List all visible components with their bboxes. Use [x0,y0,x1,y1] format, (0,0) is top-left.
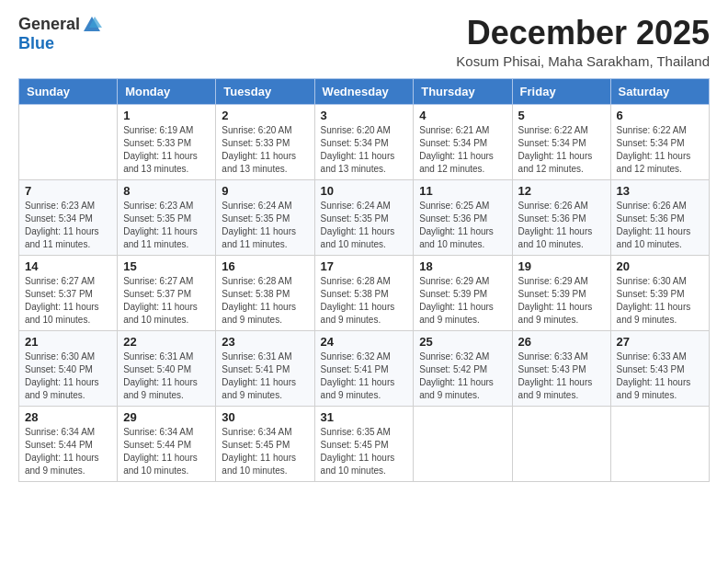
calendar-cell: 23Sunrise: 6:31 AM Sunset: 5:41 PM Dayli… [216,330,314,406]
day-number: 12 [518,184,605,198]
day-number: 15 [123,259,210,273]
calendar-cell [610,406,709,481]
day-info: Sunrise: 6:21 AM Sunset: 5:34 PM Dayligh… [419,124,506,176]
calendar-cell: 28Sunrise: 6:34 AM Sunset: 5:44 PM Dayli… [19,406,118,481]
day-number: 22 [123,335,210,349]
calendar-day-header: Friday [512,78,610,104]
day-info: Sunrise: 6:26 AM Sunset: 5:36 PM Dayligh… [518,200,605,251]
day-number: 2 [222,109,308,122]
calendar-header-row: SundayMondayTuesdayWednesdayThursdayFrid… [19,78,710,104]
day-info: Sunrise: 6:27 AM Sunset: 5:37 PM Dayligh… [123,275,210,327]
calendar-day-header: Sunday [19,78,118,104]
calendar-week-row: 1Sunrise: 6:19 AM Sunset: 5:33 PM Daylig… [19,104,710,179]
day-info: Sunrise: 6:31 AM Sunset: 5:41 PM Dayligh… [222,350,308,402]
day-info: Sunrise: 6:34 AM Sunset: 5:44 PM Dayligh… [123,426,210,477]
day-info: Sunrise: 6:30 AM Sunset: 5:40 PM Dayligh… [25,350,111,402]
month-title: December 2025 [456,15,710,52]
calendar-cell [414,406,512,481]
calendar-cell: 7Sunrise: 6:23 AM Sunset: 5:34 PM Daylig… [19,179,118,255]
day-info: Sunrise: 6:31 AM Sunset: 5:40 PM Dayligh… [123,350,210,402]
calendar-cell: 5Sunrise: 6:22 AM Sunset: 5:34 PM Daylig… [512,104,610,179]
calendar-cell: 2Sunrise: 6:20 AM Sunset: 5:33 PM Daylig… [216,104,314,179]
day-number: 10 [321,184,408,198]
day-number: 19 [518,259,605,273]
calendar-day-header: Monday [118,78,216,104]
calendar-week-row: 21Sunrise: 6:30 AM Sunset: 5:40 PM Dayli… [19,330,710,406]
calendar-cell: 4Sunrise: 6:21 AM Sunset: 5:34 PM Daylig… [414,104,512,179]
calendar-cell: 12Sunrise: 6:26 AM Sunset: 5:36 PM Dayli… [512,179,610,255]
day-number: 27 [617,335,703,349]
day-info: Sunrise: 6:34 AM Sunset: 5:45 PM Dayligh… [222,426,308,477]
calendar-cell: 3Sunrise: 6:20 AM Sunset: 5:34 PM Daylig… [314,104,414,179]
day-number: 17 [321,259,408,273]
day-number: 21 [25,335,111,349]
calendar-week-row: 7Sunrise: 6:23 AM Sunset: 5:34 PM Daylig… [19,179,710,255]
day-info: Sunrise: 6:34 AM Sunset: 5:44 PM Dayligh… [25,426,111,477]
calendar-cell: 30Sunrise: 6:34 AM Sunset: 5:45 PM Dayli… [216,406,314,481]
day-number: 1 [123,109,210,122]
calendar-cell: 1Sunrise: 6:19 AM Sunset: 5:33 PM Daylig… [118,104,216,179]
day-info: Sunrise: 6:20 AM Sunset: 5:33 PM Dayligh… [222,124,308,176]
calendar-cell: 15Sunrise: 6:27 AM Sunset: 5:37 PM Dayli… [118,255,216,330]
day-info: Sunrise: 6:32 AM Sunset: 5:42 PM Dayligh… [419,350,506,402]
calendar-cell [512,406,610,481]
calendar-cell [19,104,118,179]
calendar-cell: 18Sunrise: 6:29 AM Sunset: 5:39 PM Dayli… [414,255,512,330]
calendar-cell: 14Sunrise: 6:27 AM Sunset: 5:37 PM Dayli… [19,255,118,330]
day-number: 3 [321,109,408,122]
location-subtitle: Kosum Phisai, Maha Sarakham, Thailand [456,53,710,69]
day-info: Sunrise: 6:32 AM Sunset: 5:41 PM Dayligh… [321,350,408,402]
day-info: Sunrise: 6:20 AM Sunset: 5:34 PM Dayligh… [321,124,408,176]
day-number: 6 [617,109,703,122]
calendar-cell: 16Sunrise: 6:28 AM Sunset: 5:38 PM Dayli… [216,255,314,330]
day-info: Sunrise: 6:25 AM Sunset: 5:36 PM Dayligh… [419,200,506,251]
day-info: Sunrise: 6:33 AM Sunset: 5:43 PM Dayligh… [518,350,605,402]
calendar-day-header: Saturday [610,78,709,104]
calendar-cell: 27Sunrise: 6:33 AM Sunset: 5:43 PM Dayli… [610,330,709,406]
day-number: 9 [222,184,308,198]
calendar-cell: 10Sunrise: 6:24 AM Sunset: 5:35 PM Dayli… [314,179,414,255]
calendar-cell: 20Sunrise: 6:30 AM Sunset: 5:39 PM Dayli… [610,255,709,330]
day-number: 28 [25,410,111,424]
day-info: Sunrise: 6:28 AM Sunset: 5:38 PM Dayligh… [321,275,408,327]
day-number: 26 [518,335,605,349]
day-info: Sunrise: 6:29 AM Sunset: 5:39 PM Dayligh… [419,275,506,327]
calendar-day-header: Thursday [414,78,512,104]
calendar-day-header: Wednesday [314,78,414,104]
day-info: Sunrise: 6:28 AM Sunset: 5:38 PM Dayligh… [222,275,308,327]
calendar-cell: 13Sunrise: 6:26 AM Sunset: 5:36 PM Dayli… [610,179,709,255]
logo: General Blue [18,15,102,53]
calendar-cell: 19Sunrise: 6:29 AM Sunset: 5:39 PM Dayli… [512,255,610,330]
day-info: Sunrise: 6:24 AM Sunset: 5:35 PM Dayligh… [222,200,308,251]
calendar-cell: 8Sunrise: 6:23 AM Sunset: 5:35 PM Daylig… [118,179,216,255]
logo-blue: Blue [18,35,102,53]
day-number: 29 [123,410,210,424]
day-info: Sunrise: 6:22 AM Sunset: 5:34 PM Dayligh… [518,124,605,176]
calendar-cell: 26Sunrise: 6:33 AM Sunset: 5:43 PM Dayli… [512,330,610,406]
calendar-week-row: 14Sunrise: 6:27 AM Sunset: 5:37 PM Dayli… [19,255,710,330]
calendar-cell: 11Sunrise: 6:25 AM Sunset: 5:36 PM Dayli… [414,179,512,255]
calendar-cell: 21Sunrise: 6:30 AM Sunset: 5:40 PM Dayli… [19,330,118,406]
day-info: Sunrise: 6:24 AM Sunset: 5:35 PM Dayligh… [321,200,408,251]
logo-general: General [18,16,80,34]
day-info: Sunrise: 6:19 AM Sunset: 5:33 PM Dayligh… [123,124,210,176]
day-info: Sunrise: 6:23 AM Sunset: 5:34 PM Dayligh… [25,200,111,251]
page-header: General Blue December 2025 Kosum Phisai,… [18,15,710,69]
day-number: 23 [222,335,308,349]
calendar-cell: 25Sunrise: 6:32 AM Sunset: 5:42 PM Dayli… [414,330,512,406]
day-number: 31 [321,410,408,424]
day-number: 25 [419,335,506,349]
title-block: December 2025 Kosum Phisai, Maha Sarakha… [456,15,710,69]
calendar-cell: 6Sunrise: 6:22 AM Sunset: 5:34 PM Daylig… [610,104,709,179]
day-number: 7 [25,184,111,198]
day-number: 8 [123,184,210,198]
day-number: 24 [321,335,408,349]
day-number: 5 [518,109,605,122]
day-info: Sunrise: 6:23 AM Sunset: 5:35 PM Dayligh… [123,200,210,251]
day-number: 13 [617,184,703,198]
calendar-cell: 29Sunrise: 6:34 AM Sunset: 5:44 PM Dayli… [118,406,216,481]
day-info: Sunrise: 6:27 AM Sunset: 5:37 PM Dayligh… [25,275,111,327]
calendar-cell: 31Sunrise: 6:35 AM Sunset: 5:45 PM Dayli… [314,406,414,481]
day-number: 30 [222,410,308,424]
day-info: Sunrise: 6:35 AM Sunset: 5:45 PM Dayligh… [321,426,408,477]
